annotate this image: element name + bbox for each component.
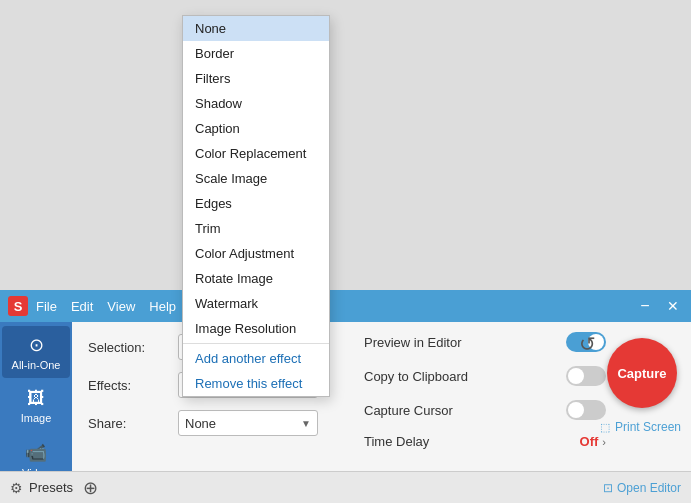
menu-divider [183, 343, 329, 344]
menu-item-border[interactable]: Border [183, 41, 329, 66]
clipboard-row: Copy to Clipboard [364, 366, 606, 386]
menu-item-watermark[interactable]: Watermark [183, 291, 329, 316]
presets-label: Presets [29, 480, 73, 495]
delay-off-text: Off [580, 434, 599, 449]
open-editor-label: Open Editor [617, 481, 681, 495]
cursor-toggle-knob [568, 402, 584, 418]
delay-badge[interactable]: Off › [580, 434, 606, 449]
menu-help[interactable]: Help [149, 299, 176, 314]
delay-chevron-icon: › [602, 436, 606, 448]
share-value: None [185, 416, 297, 431]
share-arrow-icon: ▼ [301, 418, 311, 429]
menu-view[interactable]: View [107, 299, 135, 314]
menu-item-color-replacement[interactable]: Color Replacement [183, 141, 329, 166]
menu-item-add-effect[interactable]: Add another effect [183, 346, 329, 371]
undo-button[interactable]: ↺ [573, 330, 601, 358]
open-editor-icon: ⊡ [603, 481, 613, 495]
open-editor-link[interactable]: ⊡ Open Editor [603, 481, 681, 495]
menu-item-none[interactable]: None [183, 16, 329, 41]
menu-item-remove-effect[interactable]: Remove this effect [183, 371, 329, 396]
bottom-bar: ⚙ Presets ⊕ ⊡ Open Editor [0, 471, 691, 503]
selection-label: Selection: [88, 340, 178, 355]
sidebar-label-image: Image [21, 412, 52, 424]
video-icon: 📹 [25, 442, 47, 464]
print-screen-link[interactable]: ⬚ Print Screen [600, 420, 681, 434]
share-label: Share: [88, 416, 178, 431]
capture-label: Capture [617, 366, 666, 381]
window-controls: − ✕ [635, 296, 683, 316]
app-icon: S [8, 296, 28, 316]
cursor-row: Capture Cursor [364, 400, 606, 420]
cursor-label: Capture Cursor [364, 403, 453, 418]
print-screen-icon: ⬚ [600, 421, 610, 433]
gear-icon[interactable]: ⚙ [10, 480, 23, 496]
menu-item-shadow[interactable]: Shadow [183, 91, 329, 116]
undo-icon: ↺ [579, 332, 596, 356]
menu-edit[interactable]: Edit [71, 299, 93, 314]
share-dropdown[interactable]: None ▼ [178, 410, 318, 436]
menu-item-image-resolution[interactable]: Image Resolution [183, 316, 329, 341]
close-button[interactable]: ✕ [663, 296, 683, 316]
delay-row: Time Delay Off › [364, 434, 606, 449]
sidebar-item-image[interactable]: 🖼 Image [2, 380, 70, 432]
menu-item-color-adjustment[interactable]: Color Adjustment [183, 241, 329, 266]
cursor-toggle[interactable] [566, 400, 606, 420]
title-bar-left: S File Edit View Help [8, 296, 176, 316]
effects-dropdown-menu: None Border Filters Shadow Caption Color… [182, 15, 330, 397]
title-bar: S File Edit View Help − ✕ [0, 290, 691, 322]
clipboard-toggle[interactable] [566, 366, 606, 386]
menu-item-filters[interactable]: Filters [183, 66, 329, 91]
clipboard-label: Copy to Clipboard [364, 369, 468, 384]
minimize-button[interactable]: − [635, 296, 655, 316]
menu-item-scale-image[interactable]: Scale Image [183, 166, 329, 191]
clipboard-toggle-knob [568, 368, 584, 384]
menu-bar: File Edit View Help [36, 299, 176, 314]
image-icon: 🖼 [27, 388, 45, 409]
sidebar-label-all-in-one: All-in-One [12, 359, 61, 371]
add-preset-button[interactable]: ⊕ [79, 477, 101, 499]
print-screen-label: Print Screen [615, 420, 681, 434]
menu-item-edges[interactable]: Edges [183, 191, 329, 216]
menu-item-rotate-image[interactable]: Rotate Image [183, 266, 329, 291]
menu-item-trim[interactable]: Trim [183, 216, 329, 241]
all-in-one-icon: ⊙ [29, 334, 44, 356]
preview-label: Preview in Editor [364, 335, 462, 350]
effects-label: Effects: [88, 378, 178, 393]
add-preset-icon: ⊕ [83, 479, 98, 497]
menu-file[interactable]: File [36, 299, 57, 314]
presets-area: ⚙ Presets ⊕ [10, 477, 101, 499]
preview-row: Preview in Editor [364, 332, 606, 352]
delay-label: Time Delay [364, 434, 429, 449]
capture-button[interactable]: Capture [607, 338, 677, 408]
menu-item-caption[interactable]: Caption [183, 116, 329, 141]
sidebar-item-all-in-one[interactable]: ⊙ All-in-One [2, 326, 70, 378]
